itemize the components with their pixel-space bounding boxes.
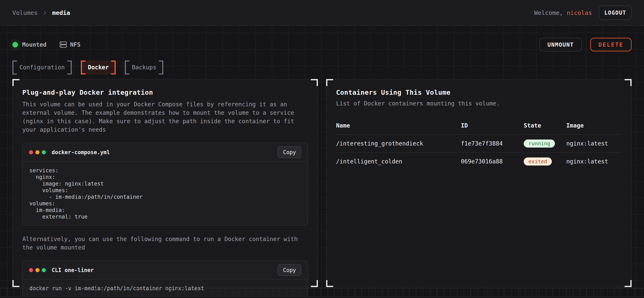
corner-bracket-icon <box>624 280 632 287</box>
volume-status: Mounted NFS <box>12 41 80 48</box>
window-traffic-lights <box>29 150 46 154</box>
corner-bracket-icon <box>12 79 20 86</box>
traffic-light-green-icon <box>42 150 46 154</box>
traffic-light-amber-icon <box>35 150 40 154</box>
panel-title: Plug-and-play Docker integration <box>22 89 308 96</box>
main-content: Mounted NFS UNMOUNT DELETE Configuration… <box>0 38 644 287</box>
column-header-image: Image <box>566 122 622 135</box>
corner-bracket-icon <box>311 79 318 86</box>
compose-code: services: nginx: image: nginx:latest vol… <box>23 162 308 225</box>
username: nicolas <box>567 9 592 16</box>
compose-filename: docker-compose.yml <box>52 149 110 155</box>
container-id: f1e73e7f3884 <box>461 135 524 152</box>
container-id: 069e73016a88 <box>461 152 524 170</box>
table-row: /intelligent_colden 069e73016a88 exited … <box>336 152 622 170</box>
nfs-label: NFS <box>70 41 80 48</box>
compose-code-header: docker-compose.yml Copy <box>23 143 308 162</box>
breadcrumb: Volumes media <box>12 9 70 16</box>
traffic-light-red-icon <box>29 268 33 272</box>
corner-bracket-icon <box>326 79 333 86</box>
status-row: Mounted NFS UNMOUNT DELETE <box>12 38 632 51</box>
breadcrumb-volumes-link[interactable]: Volumes <box>12 9 38 16</box>
traffic-light-red-icon <box>29 150 33 154</box>
containers-table: Name ID State Image /interesting_grothen… <box>336 122 622 170</box>
unmount-button[interactable]: UNMOUNT <box>539 38 582 51</box>
panel-subtitle: List of Docker containers mounting this … <box>336 100 622 107</box>
traffic-light-amber-icon <box>35 268 40 272</box>
volume-type: NFS <box>59 41 80 48</box>
top-bar: Volumes media Welcome, nicolas LOGOUT <box>0 0 644 26</box>
mounted-label: Mounted <box>22 41 46 48</box>
status-badge: exited <box>524 157 552 165</box>
compose-code-card: docker-compose.yml Copy services: nginx:… <box>22 143 308 226</box>
server-icon <box>59 41 67 48</box>
panels-row: Plug-and-play Docker integration This vo… <box>12 79 632 287</box>
tab-backups[interactable]: Backups <box>125 60 163 74</box>
cli-title: CLI one-liner <box>52 267 94 273</box>
chevron-right-icon <box>42 10 48 15</box>
cli-intro-text: Alternatively, you can use the following… <box>22 235 308 252</box>
logout-button[interactable]: LOGOUT <box>599 5 632 20</box>
traffic-light-green-icon <box>42 268 46 272</box>
tab-configuration[interactable]: Configuration <box>12 60 72 74</box>
welcome-prefix: Welcome, <box>534 9 563 16</box>
table-header-row: Name ID State Image <box>336 122 622 135</box>
corner-bracket-icon <box>12 280 20 287</box>
breadcrumb-current-volume: media <box>52 9 70 16</box>
tab-bar: Configuration Docker Backups <box>12 60 632 74</box>
cli-code-header: CLI one-liner Copy <box>23 261 308 280</box>
welcome-text: Welcome, nicolas <box>534 9 592 16</box>
mounted-status-dot-icon <box>12 42 18 47</box>
container-image: nginx:latest <box>566 152 622 170</box>
volume-actions: UNMOUNT DELETE <box>539 38 632 51</box>
column-header-id: ID <box>461 122 524 135</box>
docker-integration-panel: Plug-and-play Docker integration This vo… <box>12 79 318 287</box>
status-badge: running <box>524 140 555 148</box>
panel-title: Containers Using This Volume <box>336 89 622 96</box>
header-right: Welcome, nicolas LOGOUT <box>534 5 632 20</box>
column-header-name: Name <box>336 122 461 135</box>
corner-bracket-icon <box>326 280 333 287</box>
tab-docker[interactable]: Docker <box>81 60 116 74</box>
window-traffic-lights <box>29 268 46 272</box>
corner-bracket-icon <box>311 280 318 287</box>
corner-bracket-icon <box>624 79 632 86</box>
footer-grid-band <box>0 288 644 298</box>
container-name: /interesting_grothendieck <box>336 135 461 152</box>
cli-copy-button[interactable]: Copy <box>278 264 301 276</box>
container-name: /intelligent_colden <box>336 152 461 170</box>
column-header-state: State <box>524 122 566 135</box>
containers-panel: Containers Using This Volume List of Doc… <box>326 79 632 287</box>
compose-copy-button[interactable]: Copy <box>278 146 301 158</box>
container-image: nginx:latest <box>566 135 622 152</box>
table-row: /interesting_grothendieck f1e73e7f3884 r… <box>336 135 622 152</box>
panel-description: This volume can be used in your Docker C… <box>22 100 308 134</box>
delete-button[interactable]: DELETE <box>590 38 632 51</box>
